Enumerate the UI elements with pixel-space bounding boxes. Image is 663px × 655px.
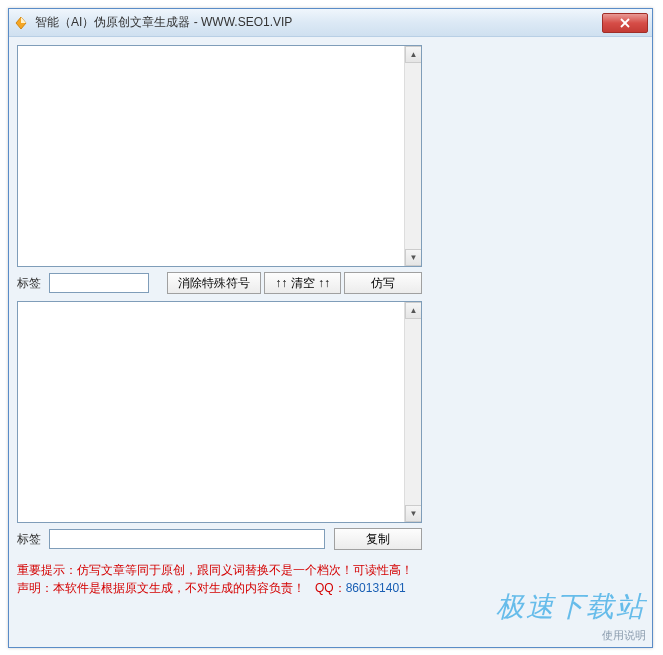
result-textarea-wrap: ▲ ▼ (17, 301, 422, 523)
notice-label-2: 声明： (17, 581, 53, 595)
top-controls-row: 标签 消除特殊符号 ↑↑ 清空 ↑↑ 仿写 (17, 271, 422, 295)
watermark-overlay: 极速下载站 使用说明 (496, 588, 646, 643)
qq-number[interactable]: 860131401 (346, 581, 406, 595)
source-textarea-wrap: ▲ ▼ (17, 45, 422, 267)
app-icon (13, 15, 29, 31)
application-window: 智能（AI）伪原创文章生成器 - WWW.SEO1.VIP ▲ ▼ 标签 (8, 8, 653, 648)
clear-button[interactable]: ↑↑ 清空 ↑↑ (264, 272, 341, 294)
left-pane: ▲ ▼ 标签 消除特殊符号 ↑↑ 清空 ↑↑ 仿写 ▲ ▼ (17, 45, 422, 597)
scroll-up-icon[interactable]: ▲ (405, 46, 422, 63)
usage-hint-text: 使用说明 (496, 628, 646, 643)
scroll-down-icon[interactable]: ▼ (405, 249, 422, 266)
content-area: ▲ ▼ 标签 消除特殊符号 ↑↑ 清空 ↑↑ 仿写 ▲ ▼ (9, 37, 652, 647)
source-scrollbar[interactable]: ▲ ▼ (404, 46, 421, 266)
notice-line-1: 重要提示：仿写文章等同于原创，跟同义词替换不是一个档次！可读性高！ (17, 561, 422, 579)
tag-input-top[interactable] (49, 273, 149, 293)
result-scrollbar[interactable]: ▲ ▼ (404, 302, 421, 522)
copy-button[interactable]: 复制 (334, 528, 422, 550)
rewrite-button[interactable]: 仿写 (344, 272, 422, 294)
qq-label: QQ： (315, 581, 346, 595)
close-icon (620, 18, 630, 28)
window-title: 智能（AI）伪原创文章生成器 - WWW.SEO1.VIP (35, 14, 602, 31)
bottom-controls-row: 标签 复制 (17, 527, 422, 551)
remove-special-chars-button[interactable]: 消除特殊符号 (167, 272, 261, 294)
tag-label-top: 标签 (17, 275, 49, 292)
brand-text: 极速下载站 (496, 588, 646, 626)
titlebar: 智能（AI）伪原创文章生成器 - WWW.SEO1.VIP (9, 9, 652, 37)
tag-input-bottom[interactable] (49, 529, 325, 549)
notice-line-2: 声明：本软件是根据原文生成，不对生成的内容负责！ QQ：860131401 (17, 579, 422, 597)
scroll-up-icon[interactable]: ▲ (405, 302, 422, 319)
notice-body-1: 仿写文章等同于原创，跟同义词替换不是一个档次！可读性高！ (77, 563, 413, 577)
notice-block: 重要提示：仿写文章等同于原创，跟同义词替换不是一个档次！可读性高！ 声明：本软件… (17, 561, 422, 597)
notice-body-2: 本软件是根据原文生成，不对生成的内容负责！ (53, 581, 305, 595)
source-textarea[interactable] (18, 46, 404, 266)
scroll-down-icon[interactable]: ▼ (405, 505, 422, 522)
close-button[interactable] (602, 13, 648, 33)
result-textarea[interactable] (18, 302, 404, 522)
tag-label-bottom: 标签 (17, 531, 49, 548)
notice-label-1: 重要提示： (17, 563, 77, 577)
